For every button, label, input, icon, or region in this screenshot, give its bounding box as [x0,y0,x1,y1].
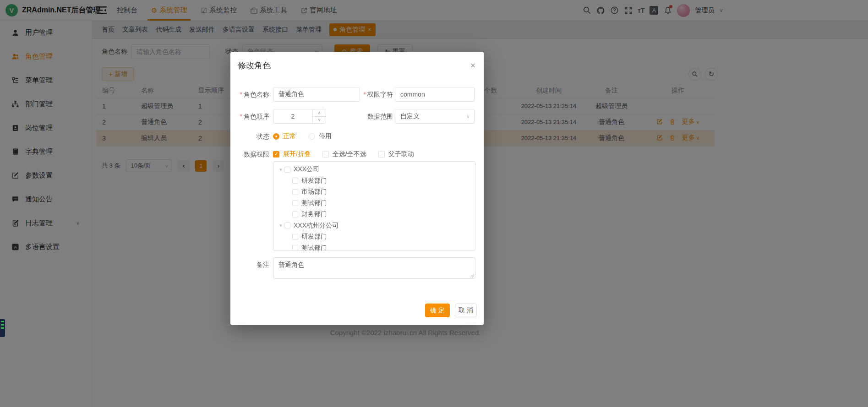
data-perm-options: 展开/折叠 全选/全不选 父子联动 [273,147,414,162]
perm-char-field-label: *权限字符 [340,87,393,102]
tree-node-root[interactable]: ▾ XXX公司 [273,164,475,175]
checkbox-icon [322,151,329,157]
role-order-value: 2 [273,109,312,123]
checkbox-icon[interactable] [292,245,298,251]
confirm-button[interactable]: 确 定 [425,304,450,317]
dialog-title: 修改角色 [238,60,271,71]
radio-unselected-icon [309,133,315,140]
tree-node[interactable]: 测试部门 [273,198,475,209]
checkbox-icon[interactable] [292,200,298,206]
checkbox-icon[interactable] [292,212,298,217]
remark-textarea[interactable]: 普通角色 [273,257,475,279]
edit-role-dialog: 修改角色 × *角色名称 *权限字符 *角色顺序 2 ∧ ∨ 数据范围 自定义 … [230,52,484,325]
data-scope-select[interactable]: 自定义 ∨ [395,109,475,124]
chevron-down-icon: ∨ [466,114,470,119]
cancel-button[interactable]: 取 消 [455,304,477,317]
caret-down-icon[interactable]: ▾ [277,167,284,173]
checkbox-select-all[interactable]: 全选/全不选 [322,150,366,158]
remark-field-label: 备注 [230,257,269,272]
status-field-label: 状态 [230,129,269,144]
corner-monitor-widget[interactable] [0,319,5,337]
tree-node[interactable]: 市场部门 [273,186,475,198]
role-order-stepper[interactable]: 2 ∧ ∨ [273,109,326,124]
radio-disabled[interactable]: 停用 [309,132,332,141]
tree-node[interactable]: 测试部门 [273,243,475,251]
resize-handle[interactable] [470,273,474,277]
checkbox-icon [378,151,385,157]
radio-selected-icon [273,133,279,140]
tree-node[interactable]: 研发部门 [273,231,475,243]
data-perm-field-label: 数据权限 [230,147,269,162]
stepper-down-button[interactable]: ∨ [313,117,326,124]
checkbox-parent-child-link[interactable]: 父子联动 [378,150,414,158]
checkbox-icon[interactable] [284,222,290,228]
role-name-field-label: *角色名称 [230,87,269,102]
status-radio-group: 正常 停用 [273,129,332,144]
checkbox-icon[interactable] [284,167,290,173]
checkbox-icon[interactable] [292,234,298,240]
tree-node-root[interactable]: ▾ XXX杭州分公司 [273,220,475,232]
checkbox-checked-icon [273,151,279,157]
department-tree: ▾ XXX公司 研发部门 市场部门 测试部门 财务部门 ▾ XXX杭州分公司 研… [273,161,475,251]
checkbox-icon[interactable] [292,178,298,184]
role-order-field-label: *角色顺序 [230,109,269,124]
stepper-up-button[interactable]: ∧ [313,109,326,117]
close-icon[interactable]: × [470,61,475,70]
checkbox-icon[interactable] [292,189,298,195]
radio-normal[interactable]: 正常 [273,132,296,141]
perm-char-field[interactable] [395,87,475,102]
checkbox-expand-collapse[interactable]: 展开/折叠 [273,150,311,158]
tree-node[interactable]: 财务部门 [273,209,475,220]
data-scope-field-label: 数据范围 [340,109,393,124]
tree-node[interactable]: 研发部门 [273,175,475,187]
caret-down-icon[interactable]: ▾ [277,222,284,228]
